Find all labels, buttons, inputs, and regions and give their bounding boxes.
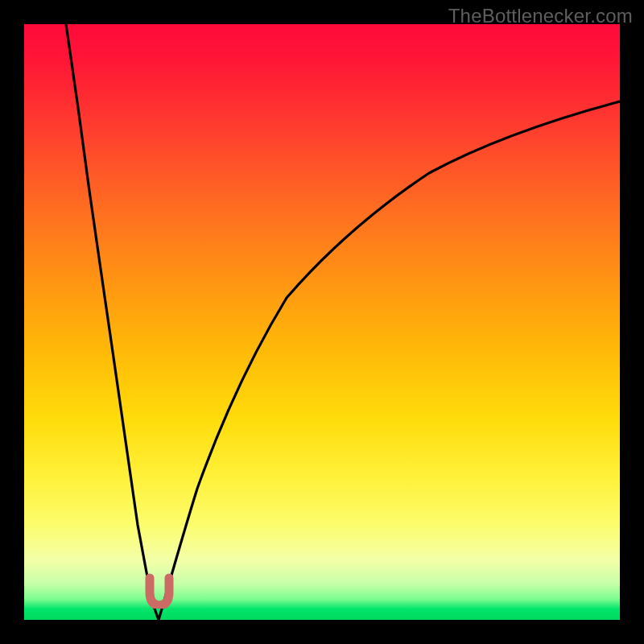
minimum-marker — [142, 573, 177, 609]
chart-frame: TheBottlenecker.com — [0, 0, 644, 644]
u-marker-icon — [150, 578, 169, 605]
bottleneck-curve — [24, 24, 620, 620]
plot-area — [24, 24, 620, 620]
curve-right-branch — [159, 101, 620, 620]
curve-left-branch — [66, 24, 159, 620]
